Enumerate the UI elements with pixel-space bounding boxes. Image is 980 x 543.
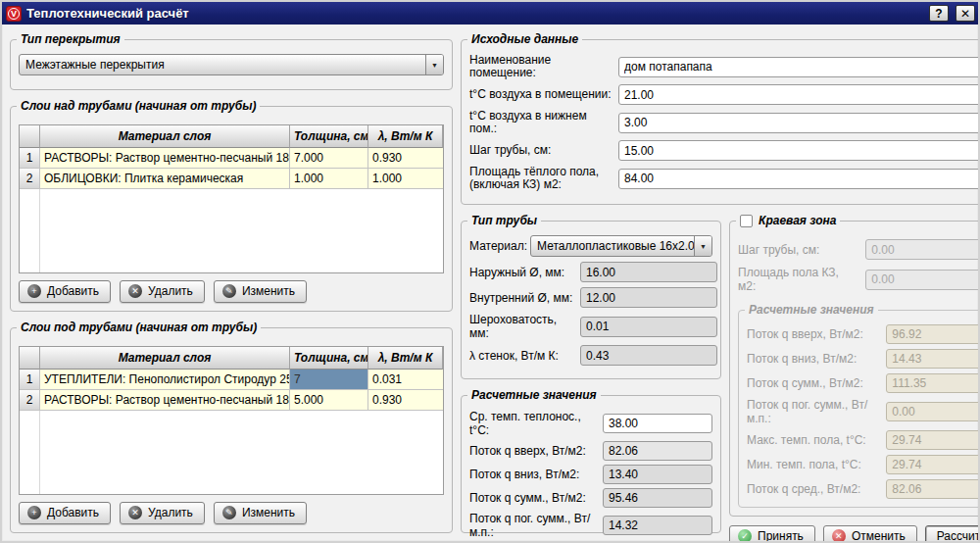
flow-sum-field[interactable] — [603, 488, 712, 508]
pipe-material-select[interactable]: Металлопластиковые 16x2.0 ▼ — [530, 235, 712, 257]
lower-room-temp-label: t°С воздуха в нижнем пом.: — [469, 110, 618, 135]
pipe-material-label: Материал: — [469, 239, 530, 253]
flow-linear-sum-label: Поток q пог. сумм., Вт/м.п.: — [469, 512, 603, 539]
row-number[interactable]: 2 — [20, 390, 40, 411]
row-number[interactable]: 1 — [20, 370, 40, 390]
flow-linear-sum-field[interactable] — [603, 516, 712, 535]
column-header-lambda: λ, Вт/м К — [368, 125, 443, 148]
pipe-step-label: Шаг трубы, см: — [469, 144, 618, 157]
help-button[interactable]: ? — [929, 5, 949, 22]
edit-layer-button[interactable]: ✎ Изменить — [214, 280, 307, 303]
layers-below-group: Слои под трубами (начиная от трубы) Мате… — [10, 327, 453, 533]
pipe-type-group: Тип трубы Материал: Металлопластиковые 1… — [461, 221, 721, 379]
column-header-lambda: λ, Вт/м К — [368, 347, 443, 370]
edge-max-floor-temp-label: Макс. темп. пола, t°С: — [747, 433, 886, 447]
cell-thickness[interactable]: 7.000 — [290, 148, 368, 169]
floor-area-input[interactable] — [618, 169, 978, 189]
close-button[interactable]: ✕ — [956, 5, 975, 22]
layers-below-table[interactable]: Материал слоя Толщина, см λ, Вт/м К 1 УТ… — [19, 346, 444, 495]
title-bar[interactable]: V Теплотехнический расчёт ? ✕ — [2, 2, 978, 25]
delete-layer-button[interactable]: ✕ Удалить — [120, 280, 205, 303]
delete-layer-label: Удалить — [148, 284, 193, 298]
floor-type-group: Тип перекрытия Межэтажные перекрытия ▼ — [10, 39, 453, 90]
delete-layer-label: Удалить — [148, 506, 193, 519]
table-header-row: Материал слоя Толщина, см λ, Вт/м К — [20, 347, 443, 370]
lower-room-temp-input[interactable] — [618, 113, 978, 133]
calculate-button[interactable]: Рассчитать — [925, 525, 978, 541]
edit-icon: ✎ — [222, 284, 236, 298]
cell-thickness-selected[interactable]: 7 — [290, 370, 368, 390]
delete-layer-button[interactable]: ✕ Удалить — [120, 502, 205, 524]
cell-lambda[interactable]: 0.930 — [368, 148, 443, 169]
edge-flow-sum-label: Поток q сумм., Вт/м2: — [747, 376, 886, 390]
edge-flow-avg-field — [886, 479, 978, 499]
table-row[interactable]: 2 ОБЛИЦОВКИ: Плитка керамическая 1.000 1… — [20, 169, 443, 189]
cell-material[interactable]: РАСТВОРЫ: Раствор цементно-песчаный 1800 — [40, 148, 290, 169]
chevron-down-icon[interactable]: ▼ — [425, 55, 443, 74]
calculate-label: Рассчитать — [937, 529, 978, 541]
outer-diameter-label: Наружный Ø, мм: — [469, 266, 580, 279]
edge-calc-values-group: Расчетные значения Поток q вверх, Вт/м2:… — [738, 310, 978, 508]
table-row[interactable]: 1 УТЕПЛИТЕЛИ: Пенополистирол Стиродур 25… — [20, 370, 443, 390]
edit-layer-label: Изменить — [242, 284, 295, 298]
accept-icon: ✓ — [738, 529, 752, 541]
calc-values-group: Расчетные значения Ср. темп. теплонос., … — [461, 395, 721, 533]
cancel-button[interactable]: ✕ Отменить — [823, 525, 917, 541]
add-layer-button[interactable]: + Добавить — [19, 502, 111, 524]
app-icon: V — [6, 6, 22, 22]
app-logo-v: V — [8, 8, 20, 20]
roughness-field[interactable] — [580, 317, 717, 337]
edge-flow-up-field — [886, 324, 978, 344]
wall-lambda-label: λ стенок, Вт/м К: — [469, 349, 580, 363]
outer-diameter-field[interactable] — [580, 262, 717, 282]
floor-type-select[interactable]: Межэтажные перекрытия ▼ — [19, 54, 444, 75]
room-name-input[interactable] — [618, 57, 978, 77]
add-icon: + — [27, 506, 41, 519]
row-number[interactable]: 1 — [20, 148, 40, 169]
accept-button[interactable]: ✓ Принять — [729, 525, 815, 541]
cell-thickness[interactable]: 1.000 — [290, 169, 368, 189]
edge-pipe-step-field — [865, 239, 978, 260]
wall-lambda-field[interactable] — [580, 345, 717, 366]
floor-area-label: Площадь тёплого пола, (включая КЗ) м2: — [469, 166, 618, 191]
add-icon: + — [27, 284, 41, 298]
pipe-step-input[interactable] — [618, 140, 978, 161]
roughness-label: Шероховатость, мм: — [469, 313, 580, 340]
flow-up-field[interactable] — [603, 441, 712, 461]
coolant-temp-input[interactable] — [603, 414, 712, 433]
table-row[interactable]: 1 РАСТВОРЫ: Раствор цементно-песчаный 18… — [20, 148, 443, 169]
cancel-label: Отменить — [852, 529, 906, 541]
cell-material[interactable]: РАСТВОРЫ: Раствор цементно-песчаный 1800 — [40, 390, 290, 411]
flow-down-field[interactable] — [603, 465, 712, 484]
room-name-label: Наименование помещение: — [469, 54, 618, 79]
row-number[interactable]: 2 — [20, 169, 40, 189]
table-row[interactable]: 2 РАСТВОРЫ: Раствор цементно-песчаный 18… — [20, 390, 443, 411]
edit-layer-button[interactable]: ✎ Изменить — [214, 502, 307, 524]
add-layer-button[interactable]: + Добавить — [19, 280, 111, 303]
window-title: Теплотехнический расчёт — [26, 6, 922, 21]
room-air-temp-input[interactable] — [618, 84, 978, 105]
edge-zone-checkbox[interactable] — [740, 215, 753, 227]
room-air-temp-label: t°С воздуха в помещении: — [469, 88, 618, 101]
table-empty-area — [20, 189, 443, 272]
column-header-material: Материал слоя — [40, 347, 290, 370]
layers-above-table[interactable]: Материал слоя Толщина, см λ, Вт/м К 1 РА… — [19, 124, 444, 273]
edge-flow-up-label: Поток q вверх, Вт/м2: — [747, 327, 886, 341]
cancel-icon: ✕ — [832, 529, 846, 541]
initial-data-group: Исходные данные Наименование помещение: … — [461, 39, 978, 205]
cell-material[interactable]: ОБЛИЦОВКИ: Плитка керамическая — [40, 169, 290, 189]
cell-lambda[interactable]: 1.000 — [368, 169, 443, 189]
dialog-window: V Теплотехнический расчёт ? ✕ Тип перекр… — [0, 0, 980, 543]
pipe-material-selected-value: Металлопластиковые 16x2.0 — [531, 236, 694, 256]
edge-flow-down-field — [886, 349, 978, 369]
edge-min-floor-temp-field — [886, 455, 978, 474]
inner-diameter-field[interactable] — [580, 287, 717, 308]
cell-material[interactable]: УТЕПЛИТЕЛИ: Пенополистирол Стиродур 2500… — [40, 370, 290, 390]
cell-thickness[interactable]: 5.000 — [290, 390, 368, 411]
table-header-row: Материал слоя Толщина, см λ, Вт/м К — [20, 125, 443, 148]
cell-lambda[interactable]: 0.031 — [368, 370, 443, 390]
cell-lambda[interactable]: 0.930 — [368, 390, 443, 411]
chevron-down-icon[interactable]: ▼ — [694, 236, 711, 256]
column-header-material: Материал слоя — [40, 125, 290, 148]
flow-down-label: Поток q вниз, Вт/м2: — [469, 468, 603, 481]
